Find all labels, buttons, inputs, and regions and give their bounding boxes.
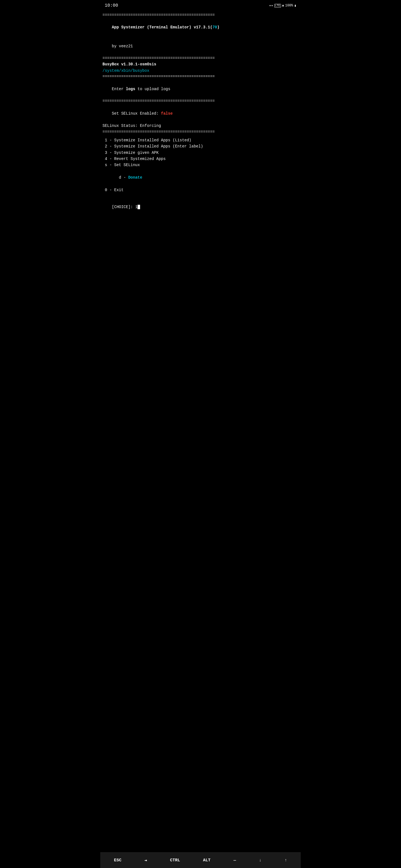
prompt-text: [CHOICE]: (112, 205, 135, 209)
down-button[interactable]: ↓ (257, 857, 264, 864)
terminal-screen[interactable]: ========================================… (100, 11, 301, 852)
dash-button[interactable]: — (231, 857, 238, 864)
selinux-value: false (161, 111, 173, 116)
divider-4: ========================================… (103, 98, 298, 104)
menu-item-2: 2 - Systemize Installed Apps (Enter labe… (103, 143, 298, 149)
logs-line: Enter logs to upload logs (103, 80, 298, 98)
status-bar: 10:00 ▾▾ LTE ▲ 100% ▮ (100, 0, 301, 11)
prompt-input: 1 (135, 205, 138, 209)
menu-item-3: 3 - Systemize given APK (103, 150, 298, 156)
divider-1: ========================================… (103, 12, 298, 18)
menu-item-4: 4 - Revert Systemized Apps (103, 156, 298, 162)
header-line2: by veez21 (103, 37, 298, 55)
menu-item-1: 1 - Systemize Installed Apps (Listed) (103, 137, 298, 143)
divider-2: ========================================… (103, 55, 298, 61)
selinux-enabled-line: Set SELinux Enabled: false (103, 104, 298, 123)
menu-item-0: 0 - Exit (103, 187, 298, 193)
selinux-status-line: SELinux Status: Enforcing (103, 123, 298, 129)
busybox-line1: BusyBox v1.30.1-osmOsis (103, 61, 298, 67)
menu-item-d: d - Donate (103, 168, 298, 187)
menu-item-s: s - Set SELinux (103, 162, 298, 168)
header-suffix: ) (217, 25, 220, 30)
alt-button[interactable]: ALT (201, 857, 213, 864)
divider-3: ========================================… (103, 74, 298, 80)
donate-text: Donate (128, 175, 142, 180)
bottom-toolbar: ESC ⇥ CTRL ALT — ↓ ↑ (100, 852, 301, 868)
cursor (138, 205, 140, 209)
lte-icon: LTE (274, 4, 281, 7)
logs-keyword: logs (126, 87, 135, 91)
ctrl-button[interactable]: CTRL (168, 857, 182, 864)
header-prefix: App Systemizer (Terminal Emulator) v17.3… (112, 25, 212, 30)
battery-percent: 100% (285, 4, 293, 7)
wifi-icon: ▾▾ (269, 4, 273, 8)
battery-icon: ▮ (294, 4, 296, 8)
tab-button[interactable]: ⇥ (142, 857, 149, 864)
up-button[interactable]: ↑ (282, 857, 289, 864)
header-line1: App Systemizer (Terminal Emulator) v17.3… (103, 18, 298, 37)
status-time: 10:00 (105, 3, 118, 8)
esc-button[interactable]: ESC (112, 857, 124, 864)
divider-5: ========================================… (103, 129, 298, 135)
busybox-line2: /system/xbin/busybox (103, 68, 298, 74)
signal-icon: ▲ (282, 4, 284, 7)
status-icons: ▾▾ LTE ▲ 100% ▮ (269, 4, 296, 8)
prompt-line: [CHOICE]: 1 (103, 197, 298, 216)
header-version: 70 (212, 25, 217, 30)
